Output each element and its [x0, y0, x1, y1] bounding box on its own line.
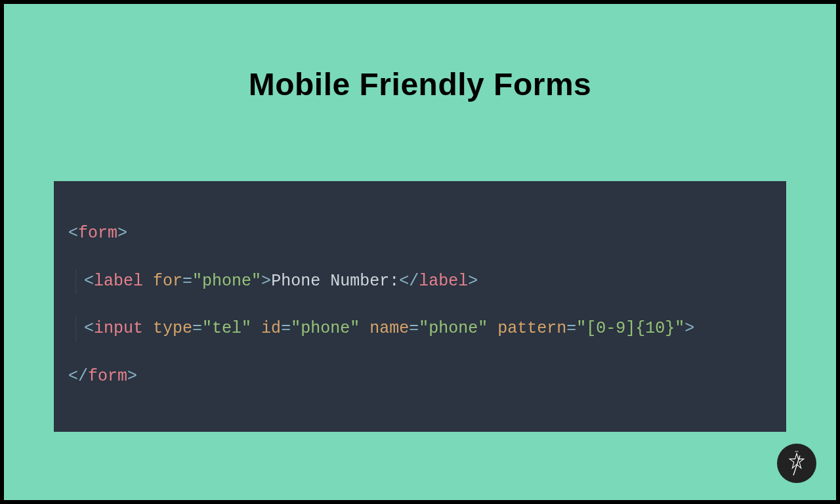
attr-name: name: [369, 319, 409, 338]
attr-id: id: [261, 319, 281, 338]
val-tel: "tel": [202, 319, 251, 338]
tag-form: form: [78, 224, 117, 243]
val-phone: "phone": [192, 272, 261, 291]
val-pattern: "[0-9]{10}": [576, 319, 684, 338]
label-text: Phone Number:: [271, 272, 399, 291]
slide-title: Mobile Friendly Forms: [4, 66, 836, 102]
code-line-1: <form>: [68, 222, 772, 245]
angle-close: >: [117, 224, 127, 243]
attr-for: for: [153, 272, 182, 291]
code-line-3: <input type="tel" id="phone" name="phone…: [68, 317, 772, 341]
angle-open: <: [68, 224, 78, 243]
code-line-4: </form>: [68, 365, 772, 388]
code-line-2: <label for="phone">Phone Number:</label>: [68, 270, 772, 293]
star-slash-icon: [786, 450, 808, 476]
tag-label: label: [94, 272, 143, 291]
attr-type: type: [153, 319, 192, 338]
code-block: <form> <label for="phone">Phone Number:<…: [54, 181, 786, 432]
angle-open: <: [84, 272, 94, 291]
attr-pattern: pattern: [497, 319, 566, 338]
logo-badge: [777, 444, 816, 483]
tag-input: input: [94, 319, 143, 338]
